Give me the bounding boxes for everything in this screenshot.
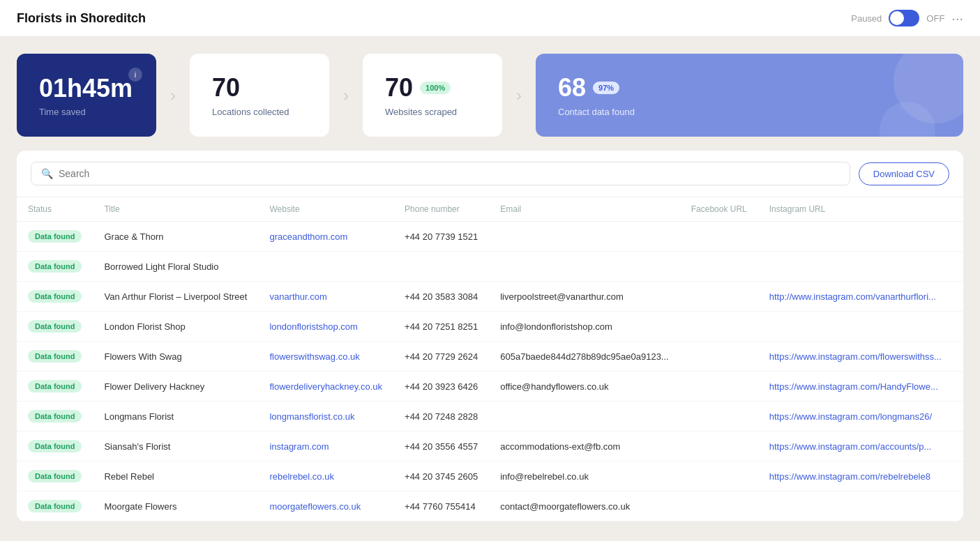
cell-twitter	[953, 432, 963, 462]
cell-email: info@rebelrebel.co.uk	[489, 462, 679, 492]
header-controls: Paused OFF ···	[851, 10, 963, 26]
data-table-wrap: Status Title Website Phone number Email …	[17, 197, 963, 521]
cell-website	[258, 252, 393, 282]
cell-facebook	[680, 492, 758, 521]
cell-website[interactable]: londonfloristshop.com	[258, 312, 393, 342]
cell-status: Data found	[17, 342, 93, 372]
status-badge: Data found	[28, 290, 82, 303]
cell-website[interactable]: graceandthorn.com	[258, 222, 393, 252]
contact-badge: 97%	[593, 82, 619, 94]
cell-website[interactable]: rebelrebel.co.uk	[258, 462, 393, 492]
cell-facebook	[680, 222, 758, 252]
contact-number: 68	[558, 73, 586, 102]
table-row: Data found Moorgate Flowers moorgateflow…	[17, 492, 963, 521]
table-header: Status Title Website Phone number Email …	[17, 197, 963, 222]
cell-facebook	[680, 282, 758, 312]
search-input-wrap[interactable]: 🔍	[31, 162, 850, 185]
cell-title: Borrowed Light Floral Studio	[93, 252, 258, 282]
cell-website[interactable]: flowerdeliveryhackney.co.uk	[258, 372, 393, 402]
time-label: Time saved	[39, 107, 134, 117]
table-row: Data found Van Arthur Florist – Liverpoo…	[17, 282, 963, 312]
cell-twitter	[953, 282, 963, 312]
arrow-divider-3: ›	[513, 54, 525, 137]
websites-badge: 100%	[420, 82, 451, 94]
paused-label: Paused	[851, 13, 882, 24]
cell-twitter	[953, 492, 963, 521]
status-badge: Data found	[28, 380, 82, 393]
table-row: Data found Flower Delivery Hackney flowe…	[17, 372, 963, 402]
status-badge: Data found	[28, 320, 82, 333]
table-row: Data found London Florist Shop londonflo…	[17, 312, 963, 342]
data-table: Status Title Website Phone number Email …	[17, 197, 963, 521]
table-row: Data found Grace & Thorn graceandthorn.c…	[17, 222, 963, 252]
cell-instagram[interactable]: https://www.instagram.com/flowerswithss.…	[758, 342, 953, 372]
col-email: Email	[489, 197, 679, 222]
cell-title: London Florist Shop	[93, 312, 258, 342]
cell-email: contact@moorgateflowers.co.uk	[489, 492, 679, 521]
search-input[interactable]	[59, 168, 840, 179]
table-row: Data found Borrowed Light Floral Studio	[17, 252, 963, 282]
contact-card: 68 97% Contact data found	[536, 54, 963, 137]
cell-facebook	[680, 462, 758, 492]
cell-email: info@londonfloristshop.com	[489, 312, 679, 342]
cell-instagram[interactable]: https://www.instagram.com/rebelrebele8	[758, 462, 953, 492]
cell-instagram	[758, 222, 953, 252]
cell-title: Siansah's Florist	[93, 432, 258, 462]
cell-email: accommodations-ext@fb.com	[489, 432, 679, 462]
page-title: Florists in Shoreditch	[17, 11, 146, 26]
pause-toggle[interactable]	[889, 10, 919, 26]
cell-website[interactable]: moorgateflowers.co.uk	[258, 492, 393, 521]
cell-status: Data found	[17, 252, 93, 282]
cell-instagram[interactable]: https://www.instagram.com/accounts/p...	[758, 432, 953, 462]
search-bar: 🔍 Download CSV	[17, 151, 963, 197]
col-phone: Phone number	[393, 197, 489, 222]
cell-twitter	[953, 372, 963, 402]
arrow-divider-1: ›	[167, 54, 179, 137]
locations-label: Locations collected	[212, 107, 307, 117]
cell-instagram	[758, 252, 953, 282]
status-badge: Data found	[28, 410, 82, 422]
status-badge: Data found	[28, 260, 82, 273]
cell-website[interactable]: longmansflorist.co.uk	[258, 402, 393, 432]
table-body: Data found Grace & Thorn graceandthorn.c…	[17, 222, 963, 521]
cell-website[interactable]: flowerswithswag.co.uk	[258, 342, 393, 372]
cell-status: Data found	[17, 462, 93, 492]
more-options-button[interactable]: ···	[951, 10, 963, 26]
cell-website[interactable]: vanarthur.com	[258, 282, 393, 312]
col-status: Status	[17, 197, 93, 222]
cell-phone: +44 20 3923 6426	[393, 372, 489, 402]
cell-phone: +44 20 3583 3084	[393, 282, 489, 312]
cell-phone: +44 20 3556 4557	[393, 432, 489, 462]
main-content: 🔍 Download CSV Status Title Website Phon…	[17, 151, 963, 521]
cell-website[interactable]: instagram.com	[258, 432, 393, 462]
cell-instagram[interactable]: http://www.instagram.com/vanarthurflori.…	[758, 282, 953, 312]
websites-label: Websites scraped	[385, 107, 480, 117]
cell-facebook	[680, 312, 758, 342]
cell-facebook	[680, 432, 758, 462]
cell-status: Data found	[17, 372, 93, 402]
status-badge: Data found	[28, 440, 82, 452]
search-icon: 🔍	[41, 168, 53, 179]
status-badge: Data found	[28, 500, 82, 512]
contact-header: 68 97%	[558, 73, 941, 102]
table-row: Data found Siansah's Florist instagram.c…	[17, 432, 963, 462]
locations-card: 70 Locations collected	[190, 54, 329, 137]
info-icon[interactable]: i	[128, 68, 142, 82]
cell-instagram[interactable]: https://www.instagram.com/HandyFlowe...	[758, 372, 953, 402]
col-instagram: Instagram URL	[758, 197, 953, 222]
cell-email	[489, 402, 679, 432]
time-saved-card: i 01h45m Time saved	[17, 54, 156, 137]
cell-facebook	[680, 252, 758, 282]
cell-phone: +44 20 7729 2624	[393, 342, 489, 372]
cell-email: office@handyflowers.co.uk	[489, 372, 679, 402]
toggle-container	[889, 10, 919, 26]
websites-card: 70 100% Websites scraped	[363, 54, 502, 137]
status-badge: Data found	[28, 350, 82, 363]
cell-facebook	[680, 402, 758, 432]
cell-instagram[interactable]: https://www.instagram.com/longmans26/	[758, 402, 953, 432]
cell-status: Data found	[17, 402, 93, 432]
websites-header: 70 100%	[385, 73, 480, 102]
download-csv-button[interactable]: Download CSV	[859, 162, 949, 185]
off-label: OFF	[926, 13, 944, 24]
col-facebook: Facebook URL	[680, 197, 758, 222]
